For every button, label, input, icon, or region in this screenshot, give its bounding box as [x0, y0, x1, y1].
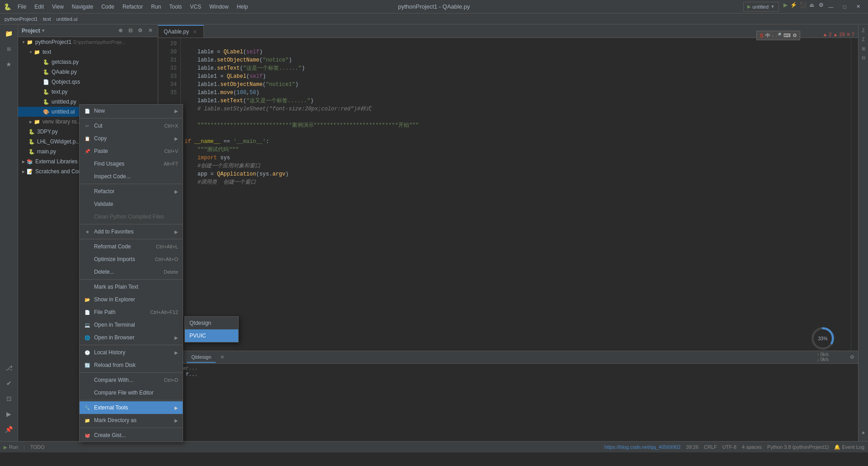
ctx-mark-plain[interactable]: Mark as Plain Text: [80, 281, 183, 293]
mark-dir-icon: 📁: [84, 417, 90, 423]
ctx-create-gist-label: Create Gist...: [94, 432, 126, 438]
compare-with-icon: [84, 377, 90, 383]
file-path-icon: 📄: [84, 309, 90, 315]
clean-icon: [84, 214, 90, 220]
sep2: [80, 184, 183, 184]
inspect-icon: [84, 173, 90, 180]
delete-shortcut: Delete: [164, 269, 178, 275]
show-explorer-icon: 📂: [84, 296, 90, 303]
find-usages-icon: [84, 161, 90, 167]
local-history-icon: 🕐: [84, 349, 90, 356]
submenu-qtdesign-label: Qtdesign: [189, 320, 211, 326]
ctx-file-path[interactable]: 📄 File Path Ctrl+Alt+F12: [80, 306, 183, 319]
sep1: [80, 118, 183, 119]
copy-icon: 📋: [84, 135, 90, 142]
cut-shortcut: Ctrl+X: [164, 123, 178, 128]
gist-icon: 🐙: [84, 432, 90, 438]
ctx-open-browser-label: Open in Browser: [94, 334, 134, 341]
file-path-shortcut: Ctrl+Alt+F12: [150, 309, 178, 315]
ctx-delete[interactable]: Delete... Delete: [80, 266, 183, 278]
cut-icon: ✂: [84, 123, 90, 129]
sep8: [80, 400, 183, 400]
optimize-shortcut: Ctrl+Alt+O: [155, 257, 178, 262]
delete-icon: [84, 269, 90, 275]
ctx-add-favorites-label: Add to Favorites: [94, 228, 133, 235]
ctx-refactor-label: Refactor: [94, 188, 114, 195]
ctx-validate-label: Validate: [94, 201, 113, 207]
ctx-compare-with-label: Compare With...: [94, 377, 133, 383]
open-browser-icon: 🌐: [84, 334, 90, 341]
submenu-pvuic-label: PVUIC: [189, 333, 206, 339]
ctx-show-explorer-label: Show in Explorer: [94, 296, 135, 303]
ctx-reload[interactable]: 🔄 Reload from Disk: [80, 359, 183, 371]
refactor-arrow: ▶: [175, 189, 178, 194]
ctx-reformat[interactable]: Reformat Code Ctrl+Alt+L: [80, 240, 183, 253]
reload-icon: 🔄: [84, 362, 90, 368]
sep9: [80, 428, 183, 428]
ctx-cut[interactable]: ✂ Cut Ctrl+X: [80, 119, 183, 132]
sep4: [80, 239, 183, 239]
ctx-compare-editor[interactable]: Compare File with Editor: [80, 386, 183, 399]
ctx-mark-plain-label: Mark as Plain Text: [94, 284, 138, 290]
ctx-refactor[interactable]: Refactor ▶: [80, 185, 183, 198]
refactor-icon: [84, 188, 90, 195]
sep7: [80, 372, 183, 373]
reformat-icon: [84, 243, 90, 250]
ctx-delete-label: Delete...: [94, 269, 114, 275]
ctx-open-terminal[interactable]: 💻 Open in Terminal: [80, 319, 183, 331]
ctx-copy-label: Copy: [94, 135, 107, 142]
copy-arrow: ▶: [175, 136, 178, 141]
ctx-mark-directory[interactable]: 📁 Mark Directory as ▶: [80, 414, 183, 427]
ctx-external-tools[interactable]: 🔧 External Tools ▶: [80, 401, 183, 414]
external-tools-icon: 🔧: [84, 404, 90, 411]
validate-icon: [84, 201, 90, 207]
ctx-inspect-label: Inspect Code...: [94, 173, 131, 180]
new-arrow: ▶: [175, 109, 178, 114]
ctx-compare-editor-label: Compare File with Editor: [94, 390, 153, 396]
ctx-clean-python-label: Clean Python Compiled Files: [94, 214, 164, 220]
ctx-external-tools-label: External Tools: [94, 404, 128, 411]
submenu-qtdesign[interactable]: Qtdesign: [185, 317, 238, 329]
context-menu-overlay: 📄 New ▶ ✂ Cut Ctrl+X 📋 Copy ▶ 📌 Paste Ct…: [0, 0, 868, 466]
ctx-new[interactable]: 📄 New ▶: [80, 105, 183, 117]
ctx-show-explorer[interactable]: 📂 Show in Explorer: [80, 293, 183, 306]
sep6: [80, 345, 183, 345]
ctx-mark-directory-label: Mark Directory as: [94, 417, 137, 423]
ctx-reload-label: Reload from Disk: [94, 362, 136, 368]
compare-editor-icon: [84, 390, 90, 396]
ctx-create-gist[interactable]: 🐙 Create Gist...: [80, 429, 183, 442]
ctx-paste-label: Paste: [94, 148, 108, 154]
submenu-external-tools: Qtdesign PVUIC: [184, 316, 239, 342]
sep3: [80, 224, 183, 224]
ctx-copy[interactable]: 📋 Copy ▶: [80, 132, 183, 145]
ctx-optimize-label: Optimize Imports: [94, 256, 135, 262]
ctx-clean-python: Clean Python Compiled Files: [80, 210, 183, 223]
ctx-inspect[interactable]: Inspect Code...: [80, 170, 183, 183]
ctx-optimize[interactable]: Optimize Imports Ctrl+Alt+O: [80, 253, 183, 266]
reformat-shortcut: Ctrl+Alt+L: [156, 244, 178, 249]
ctx-open-browser[interactable]: 🌐 Open in Browser ▶: [80, 331, 183, 344]
ctx-local-history[interactable]: 🕐 Local History ▶: [80, 346, 183, 359]
paste-icon: 📌: [84, 148, 90, 154]
ctx-find-usages[interactable]: Find Usages Alt+F7: [80, 157, 183, 170]
ctx-file-path-label: File Path: [94, 309, 115, 315]
ctx-validate[interactable]: Validate: [80, 198, 183, 210]
ctx-paste[interactable]: 📌 Paste Ctrl+V: [80, 145, 183, 157]
optimize-icon: [84, 256, 90, 262]
favorites-icon: ★: [84, 228, 90, 235]
ctx-local-history-label: Local History: [94, 349, 125, 356]
mark-dir-arrow: ▶: [175, 418, 178, 423]
favorites-arrow: ▶: [175, 229, 178, 234]
sep5: [80, 279, 183, 280]
mark-plain-icon: [84, 284, 90, 290]
ctx-compare-with[interactable]: Compare With... Ctrl+D: [80, 374, 183, 386]
ctx-cut-label: Cut: [94, 123, 103, 129]
paste-shortcut: Ctrl+V: [164, 148, 178, 154]
context-menu: 📄 New ▶ ✂ Cut Ctrl+X 📋 Copy ▶ 📌 Paste Ct…: [79, 104, 183, 442]
open-terminal-icon: 💻: [84, 322, 90, 328]
find-usages-shortcut: Alt+F7: [164, 161, 178, 166]
ctx-add-favorites[interactable]: ★ Add to Favorites ▶: [80, 225, 183, 238]
open-browser-arrow: ▶: [175, 335, 178, 340]
ctx-open-terminal-label: Open in Terminal: [94, 322, 135, 328]
submenu-pvuic[interactable]: PVUIC: [185, 329, 238, 342]
